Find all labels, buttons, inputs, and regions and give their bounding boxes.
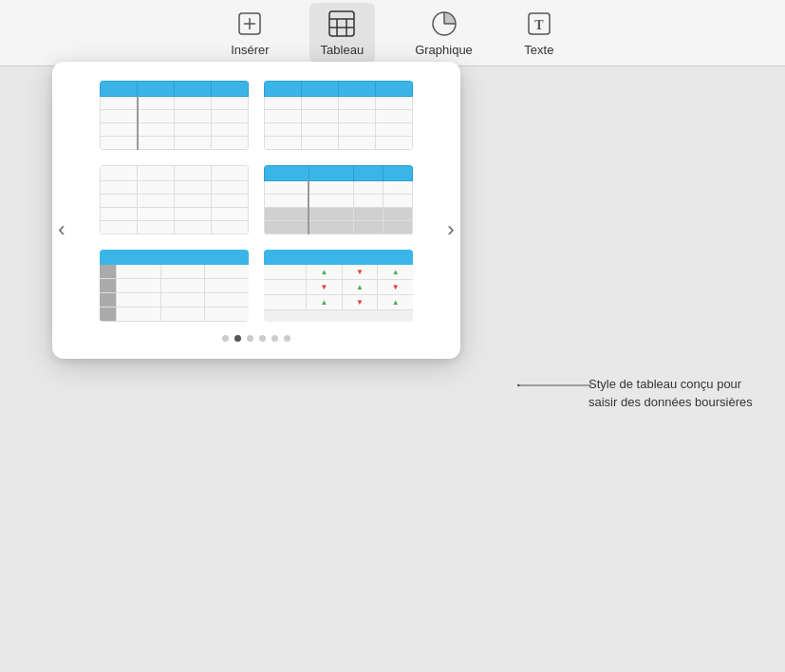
table-style-4[interactable] (264, 165, 413, 234)
table-styles-grid: ▲ ▼ ▲ ▼ ▲ ▼ ▲ ▼ (100, 81, 413, 322)
graphique-label: Graphique (415, 43, 473, 57)
toolbar: Insérer Tableau Graphique (0, 0, 785, 66)
nav-prev-button[interactable]: ‹ (47, 215, 76, 244)
dot-5[interactable] (271, 335, 278, 342)
callout-annotation: Style de tableau conçu pour saisir des d… (589, 375, 759, 411)
callout-text: Style de tableau conçu pour saisir des d… (589, 377, 753, 409)
nav-next-button[interactable]: › (437, 215, 465, 244)
dot-6[interactable] (284, 335, 290, 342)
tableau-icon (327, 9, 357, 39)
table-style-2[interactable] (264, 81, 413, 150)
callout-line (517, 384, 593, 386)
table5-header (100, 250, 249, 265)
insert-icon (234, 9, 265, 39)
table-style-panel: ‹ › (52, 62, 460, 359)
table-style-3[interactable] (100, 165, 249, 234)
tableau-label: Tableau (321, 43, 364, 57)
svg-text:T: T (534, 18, 544, 32)
dot-4[interactable] (259, 335, 266, 342)
toolbar-item-tableau[interactable]: Tableau (309, 3, 376, 63)
graphique-icon (429, 9, 459, 39)
toolbar-item-graphique[interactable]: Graphique (403, 3, 484, 63)
toolbar-item-text[interactable]: T Texte (513, 3, 566, 63)
toolbar-item-insert[interactable]: Insérer (219, 3, 280, 63)
table-style-5[interactable] (100, 250, 249, 322)
table-style-1[interactable] (100, 81, 249, 150)
page-indicator (81, 335, 432, 342)
dot-2[interactable] (234, 335, 241, 342)
svg-rect-3 (329, 11, 354, 36)
table5-body (100, 265, 249, 322)
text-icon: T (524, 9, 554, 39)
svg-point-14 (517, 384, 520, 386)
insert-label: Insérer (231, 43, 269, 57)
table6-header (264, 250, 413, 265)
table-style-6[interactable]: ▲ ▼ ▲ ▼ ▲ ▼ ▲ ▼ (264, 250, 413, 322)
dot-3[interactable] (247, 335, 253, 342)
dot-1[interactable] (222, 335, 229, 342)
text-label: Texte (524, 43, 553, 57)
table6-body: ▲ ▼ ▲ ▼ ▲ ▼ ▲ ▼ (264, 265, 413, 310)
